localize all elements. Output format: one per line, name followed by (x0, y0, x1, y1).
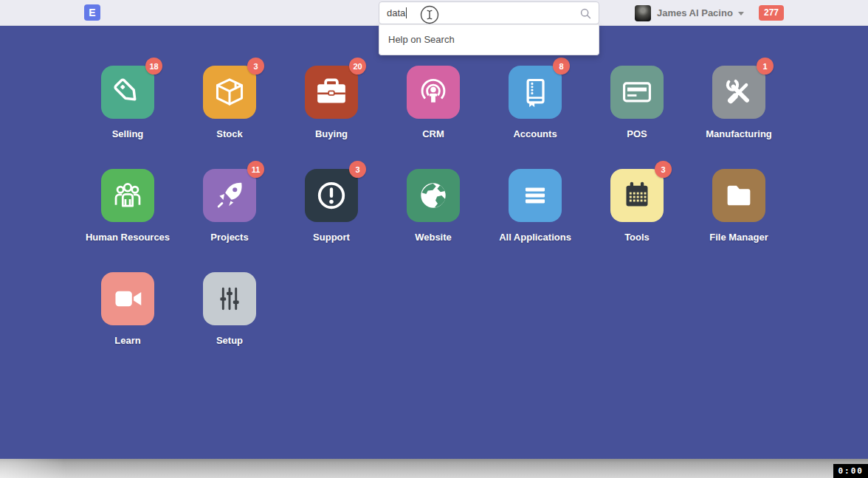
app-tile (101, 169, 154, 222)
app-logo[interactable]: E (84, 4, 100, 21)
desktop-background: 18 Selling 3 Stock 20 Buying CRM 8 Accou… (0, 26, 868, 459)
podcast-person-icon (412, 71, 455, 114)
app-label: Accounts (513, 128, 557, 139)
app-badge: 8 (553, 58, 570, 75)
credit-card-icon (616, 71, 658, 114)
app-tile: 3 (305, 169, 358, 222)
app-badge: 3 (247, 58, 264, 75)
app-human-resources[interactable]: Human Resources (77, 169, 179, 272)
app-label: File Manager (709, 232, 768, 243)
app-tile (407, 169, 460, 222)
help-on-search-item[interactable]: Help on Search (379, 25, 599, 55)
app-label: Website (415, 232, 452, 243)
app-label: Support (313, 232, 350, 243)
app-label: All Applications (499, 232, 571, 243)
app-label: Buying (315, 128, 348, 139)
search-dropdown: Help on Search (379, 24, 599, 55)
app-badge: 11 (247, 161, 264, 178)
search-input[interactable]: data (379, 1, 599, 24)
text-caret (406, 7, 407, 18)
app-tile (101, 272, 154, 325)
app-file-manager[interactable]: File Manager (688, 169, 790, 272)
app-badge: 18 (145, 58, 162, 75)
exclamation-circle-icon (310, 174, 353, 217)
app-pos[interactable]: POS (586, 66, 688, 169)
briefcase-icon (310, 71, 353, 114)
app-tile: 3 (203, 66, 256, 119)
app-label: Projects (210, 232, 248, 243)
folder-icon (717, 174, 760, 217)
user-name: James Al Pacino (657, 7, 733, 18)
app-label: Manufacturing (706, 128, 772, 139)
chevron-down-icon (738, 12, 744, 15)
window-footer (0, 459, 868, 478)
search-icon[interactable] (579, 7, 592, 20)
app-learn[interactable]: Learn (77, 272, 179, 375)
app-projects[interactable]: 11 Projects (179, 169, 280, 272)
video-camera-icon (106, 277, 149, 320)
app-badge: 3 (349, 161, 366, 178)
search-input-value: data (387, 7, 405, 18)
menu-icon (514, 174, 557, 217)
app-tile (610, 66, 664, 119)
app-crm[interactable]: CRM (382, 66, 484, 169)
app-label: Setup (216, 335, 243, 346)
user-menu[interactable]: James Al Pacino (635, 0, 744, 26)
app-tile: 11 (203, 169, 256, 222)
mouse-ibeam-cursor-icon (419, 4, 440, 25)
top-navbar: E data Help on Search James Al Pacino (0, 0, 868, 26)
app-label: CRM (422, 128, 444, 139)
package-icon (208, 71, 251, 114)
people-icon (106, 174, 149, 217)
app-tile (203, 272, 256, 325)
tag-icon (106, 71, 149, 114)
app-tile: 8 (509, 66, 562, 119)
app-setup[interactable]: Setup (179, 272, 280, 375)
app-buying[interactable]: 20 Buying (280, 66, 382, 169)
app-grid: 18 Selling 3 Stock 20 Buying CRM 8 Accou… (77, 66, 790, 375)
app-badge: 20 (349, 58, 366, 75)
app-tile: 1 (712, 66, 765, 119)
book-icon (514, 71, 557, 114)
video-timestamp: 0:00 (833, 464, 868, 478)
app-support[interactable]: 3 Support (280, 169, 382, 272)
app-tile (712, 169, 765, 222)
app-selling[interactable]: 18 Selling (77, 66, 179, 169)
notification-count-badge[interactable]: 277 (759, 5, 784, 21)
globe-icon (412, 174, 455, 217)
global-search: data Help on Search (379, 1, 599, 55)
app-tile (407, 66, 460, 119)
app-all-applications[interactable]: All Applications (484, 169, 586, 272)
app-label: POS (627, 128, 647, 139)
app-label: Human Resources (86, 232, 170, 243)
app-badge: 1 (757, 58, 774, 75)
app-accounts[interactable]: 8 Accounts (484, 66, 586, 169)
app-label: Stock (216, 128, 242, 139)
app-website[interactable]: Website (382, 169, 484, 272)
app-tile: 18 (101, 66, 154, 119)
app-label: Tools (624, 232, 650, 243)
app-tile (509, 169, 562, 222)
app-label: Selling (112, 128, 144, 139)
app-tile: 3 (610, 169, 664, 222)
user-avatar (635, 5, 651, 21)
wrench-screwdriver-icon (717, 71, 760, 114)
app-badge: 3 (655, 161, 672, 178)
app-manufacturing[interactable]: 1 Manufacturing (688, 66, 790, 169)
app-tile: 20 (305, 66, 358, 119)
rocket-icon (208, 174, 251, 217)
app-label: Learn (114, 335, 140, 346)
app-stock[interactable]: 3 Stock (179, 66, 280, 169)
sliders-icon (208, 277, 251, 320)
calendar-icon (616, 174, 658, 217)
app-tools[interactable]: 3 Tools (586, 169, 688, 272)
